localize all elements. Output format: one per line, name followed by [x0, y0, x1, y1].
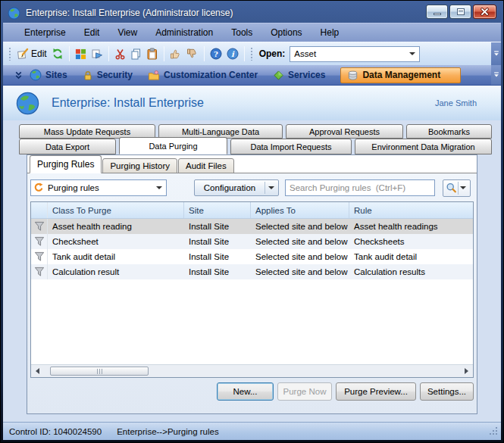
toolbar-separator	[164, 46, 164, 61]
arrow-left-icon	[36, 368, 39, 374]
scroll-left-button[interactable]	[31, 365, 44, 377]
tab-data-import-requests[interactable]: Data Import Requests	[230, 139, 352, 154]
site-map-bar: Sites Security Customization Center Serv…	[3, 65, 501, 86]
toolbar-overflow-button[interactable]	[491, 42, 501, 65]
edit-button[interactable]: Edit	[14, 46, 49, 61]
nav-tab-sites[interactable]: Sites	[30, 69, 67, 81]
cell-applies-to: Selected site and below	[251, 219, 349, 234]
thumbs-up-icon	[170, 48, 182, 60]
menu-options[interactable]: Options	[261, 25, 311, 40]
double-chevron-down-icon	[14, 70, 23, 80]
column-header-applies-to[interactable]: Applies To	[251, 202, 349, 218]
toolbar-separator	[69, 46, 70, 61]
view-combobox[interactable]: Purging rules	[30, 179, 167, 196]
user-name: Jane Smith	[435, 98, 477, 108]
purging-rules-page: Purging rules Configuration	[27, 173, 477, 413]
tab-approval-requests[interactable]: Approval Requests	[286, 124, 403, 139]
controls-row: Purging rules Configuration	[30, 179, 474, 197]
search-input[interactable]	[285, 179, 435, 196]
menu-enterprise[interactable]: Enterprise	[15, 25, 75, 40]
help-button[interactable]: ?	[208, 46, 224, 61]
reject-button[interactable]	[184, 46, 201, 61]
navtabs-overflow-button[interactable]	[491, 65, 501, 85]
filter-funnel-icon	[34, 251, 45, 262]
maximize-icon	[457, 8, 465, 15]
table-row[interactable]: Asset health reading Install Site Select…	[31, 219, 473, 234]
status-bar: Control ID: 1040024590 Enterprise-->Purg…	[3, 422, 501, 440]
scroll-right-button[interactable]	[460, 365, 473, 377]
menu-view[interactable]: View	[108, 25, 146, 40]
column-header-rule[interactable]: Rule	[349, 202, 473, 218]
minimize-button[interactable]	[426, 5, 448, 19]
windows-button[interactable]	[73, 47, 89, 61]
tab-data-purging[interactable]: Data Purging	[119, 137, 227, 154]
settings-button[interactable]: Settings...	[420, 382, 474, 401]
paste-button[interactable]	[144, 46, 161, 61]
tab-bookmarks[interactable]: Bookmarks	[406, 124, 492, 139]
send-button[interactable]	[89, 46, 105, 61]
menu-bar: Enterprise Edit View Administration Tool…	[3, 23, 501, 42]
row-cell-icon	[31, 234, 48, 249]
subtab-audit-files[interactable]: Audit Files	[178, 158, 234, 173]
edit-icon	[17, 48, 29, 60]
column-header-site[interactable]: Site	[184, 202, 251, 218]
column-header-class-to-purge[interactable]: Class To Purge	[48, 202, 184, 218]
subtab-purging-history[interactable]: Purging History	[102, 158, 177, 173]
nav-tab-customization-center[interactable]: Customization Center	[148, 70, 258, 81]
purging-rules-grid: Class To Purge Site Applies To Rule Asse…	[30, 201, 474, 378]
search-button[interactable]	[443, 179, 471, 197]
tab-environment-data-migration[interactable]: Environment Data Migration	[355, 139, 492, 154]
cut-button[interactable]	[112, 47, 128, 61]
menu-tools[interactable]: Tools	[222, 25, 261, 40]
toolbar-separator	[244, 46, 245, 61]
new-button[interactable]: New...	[217, 382, 274, 401]
close-button[interactable]	[473, 5, 496, 19]
horizontal-scrollbar	[31, 364, 473, 377]
table-row[interactable]: Checksheet Install Site Selected site an…	[31, 234, 473, 249]
copy-button[interactable]	[128, 47, 144, 61]
open-combobox-value: Asset	[290, 49, 409, 58]
nav-tab-label: Sites	[45, 70, 67, 80]
tab-data-export[interactable]: Data Export	[19, 139, 116, 154]
chevron-down-icon	[268, 186, 274, 189]
menu-administration[interactable]: Administration	[146, 25, 222, 40]
thumbs-down-icon	[186, 48, 199, 60]
nav-tab-security[interactable]: Security	[83, 70, 133, 81]
page-tabs-row-2: Data Export Data Purging Data Import Req…	[19, 139, 492, 154]
menu-edit[interactable]: Edit	[75, 25, 109, 40]
scrollbar-thumb[interactable]	[50, 367, 149, 376]
nav-tab-label: Data Management	[362, 70, 440, 80]
button-divider	[265, 182, 265, 194]
refresh-button[interactable]	[49, 46, 66, 61]
open-combobox[interactable]: Asset	[290, 46, 420, 62]
purge-now-button[interactable]: Purge Now	[277, 382, 332, 401]
purge-preview-button[interactable]: Purge Preview...	[336, 382, 416, 401]
close-icon	[480, 8, 490, 16]
cell-applies-to: Selected site and below	[251, 249, 349, 264]
table-row[interactable]: Calculation result Install Site Selected…	[31, 264, 473, 279]
cell-site: Install Site	[184, 219, 251, 234]
nav-tab-services[interactable]: Services	[273, 70, 325, 81]
toolbar-separator	[108, 46, 109, 61]
cell-class-to-purge: Checksheet	[48, 234, 184, 249]
toolbar-grip	[250, 47, 254, 61]
orange-circle-arrow-icon	[33, 183, 44, 193]
resize-grip-icon[interactable]	[489, 426, 499, 436]
toolbar-separator	[204, 46, 205, 61]
subtab-purging-rules[interactable]: Purging Rules	[30, 155, 102, 173]
info-button[interactable]: i	[224, 46, 241, 61]
action-buttons: New... Purge Now Purge Preview... Settin…	[27, 382, 474, 401]
column-header-icon[interactable]	[31, 202, 48, 218]
collapse-button[interactable]	[14, 70, 23, 80]
lock-icon	[83, 70, 93, 81]
cell-class-to-purge: Asset health reading	[48, 219, 184, 234]
nav-tab-data-management[interactable]: Data Management	[340, 67, 461, 83]
maximize-button[interactable]	[449, 5, 471, 19]
scrollbar-track[interactable]	[44, 365, 460, 377]
configuration-button[interactable]: Configuration	[194, 179, 279, 196]
sub-tabs: Purging Rules Purging History Audit File…	[27, 155, 477, 173]
menu-help[interactable]: Help	[311, 25, 349, 40]
breadcrumb: Enterprise-->Purging rules	[117, 427, 219, 436]
table-row[interactable]: Tank audit detail Install Site Selected …	[31, 249, 473, 264]
approve-button[interactable]	[167, 46, 184, 61]
